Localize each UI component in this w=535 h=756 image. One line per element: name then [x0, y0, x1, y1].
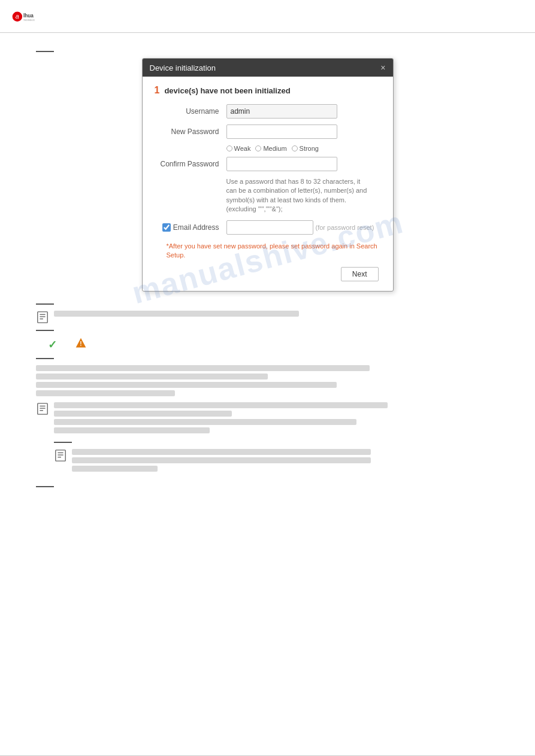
- device-initialization-dialog: Device initialization × 1 device(s) have…: [142, 58, 394, 292]
- password-hint: Use a password that has 8 to 32 characte…: [226, 177, 370, 214]
- new-password-row: New Password: [155, 125, 381, 139]
- strength-medium: Medium: [255, 145, 286, 152]
- confirm-password-label: Confirm Password: [155, 160, 226, 168]
- section-line-4: [36, 358, 54, 359]
- section-line-3: [36, 330, 54, 331]
- email-checkbox[interactable]: [162, 223, 171, 232]
- page-header: a lhua TECHNOLOGY: [0, 0, 535, 33]
- username-input[interactable]: [226, 104, 337, 119]
- email-row: Email Address (for password reset): [155, 220, 381, 235]
- note-content-2: [54, 402, 499, 436]
- svg-rect-14: [56, 450, 66, 461]
- device-count: 1: [155, 85, 160, 96]
- svg-text:a: a: [16, 13, 19, 20]
- medium-dot: [255, 145, 261, 151]
- new-password-label: New Password: [155, 127, 226, 136]
- dialog-titlebar: Device initialization ×: [143, 59, 393, 77]
- strength-weak: Weak: [226, 145, 251, 152]
- password-strength-row: Weak Medium Strong: [226, 145, 381, 152]
- note-block-1: [36, 311, 499, 324]
- page-content: Device initialization × 1 device(s) have…: [0, 33, 535, 505]
- note-content-1: [54, 311, 499, 319]
- note-block-2: [36, 402, 499, 436]
- logo: a lhua TECHNOLOGY: [12, 6, 35, 29]
- confirm-password-row: Confirm Password: [155, 157, 381, 171]
- warning-triangle-icon: !: [75, 337, 87, 349]
- note-bar-2a: [54, 402, 388, 408]
- confirm-password-input[interactable]: [226, 157, 337, 171]
- svg-text:!: !: [80, 341, 81, 347]
- note-content-sub: [72, 449, 499, 474]
- dialog-body: 1 device(s) have not been initialized Us…: [143, 77, 393, 291]
- email-input[interactable]: [226, 220, 313, 235]
- dahua-logo-icon: a lhua TECHNOLOGY: [12, 6, 35, 29]
- username-row: Username: [155, 104, 381, 119]
- dialog-info-text: device(s) have not been initialized: [164, 86, 290, 95]
- section-line-2: [36, 303, 54, 305]
- note-icon-sub: [54, 449, 67, 462]
- email-hint: (for password reset): [316, 224, 374, 231]
- icons-row: ✓ !: [48, 337, 499, 352]
- section-line-bottom: [36, 486, 54, 487]
- email-checkbox-area: Email Address: [155, 223, 226, 232]
- weak-dot: [226, 145, 232, 151]
- new-password-input[interactable]: [226, 125, 337, 139]
- text-bar-1: [36, 365, 370, 371]
- svg-rect-4: [38, 312, 48, 323]
- text-lines-1: [36, 365, 499, 396]
- dialog-info-row: 1 device(s) have not been initialized: [155, 85, 381, 96]
- check-icon: ✓: [48, 338, 57, 351]
- sub-note: [54, 442, 499, 474]
- note-bar-2c: [54, 419, 356, 425]
- sub-bar-1: [72, 449, 371, 455]
- svg-text:TECHNOLOGY: TECHNOLOGY: [23, 19, 35, 22]
- dialog-area: Device initialization × 1 device(s) have…: [36, 58, 499, 292]
- text-bar-3: [36, 382, 337, 388]
- svg-text:lhua: lhua: [23, 13, 34, 19]
- text-bar-2: [36, 374, 268, 379]
- email-label: Email Address: [173, 223, 223, 232]
- section-line-1: [36, 51, 54, 52]
- section-line-sub: [54, 442, 72, 443]
- dialog-footer: Next: [155, 267, 381, 281]
- text-bar-4: [36, 390, 175, 396]
- username-label: Username: [155, 107, 226, 116]
- note-block-sub: [54, 449, 499, 474]
- sub-bar-2: [72, 457, 371, 463]
- next-button[interactable]: Next: [341, 267, 379, 281]
- note-icon-1: [36, 311, 49, 324]
- sub-bar-3: [72, 466, 158, 472]
- note-bar-2b: [54, 411, 232, 417]
- strong-dot: [292, 145, 298, 151]
- warning-text: *After you have set new password, please…: [167, 242, 381, 260]
- strength-strong: Strong: [292, 145, 319, 152]
- dialog-title: Device initialization: [150, 63, 216, 72]
- svg-rect-10: [38, 403, 48, 414]
- note-bar-1: [54, 311, 299, 317]
- dialog-close-button[interactable]: ×: [380, 63, 385, 72]
- note-bar-2d: [54, 427, 210, 433]
- note-icon-2: [36, 402, 49, 415]
- warn-icon: !: [75, 337, 87, 352]
